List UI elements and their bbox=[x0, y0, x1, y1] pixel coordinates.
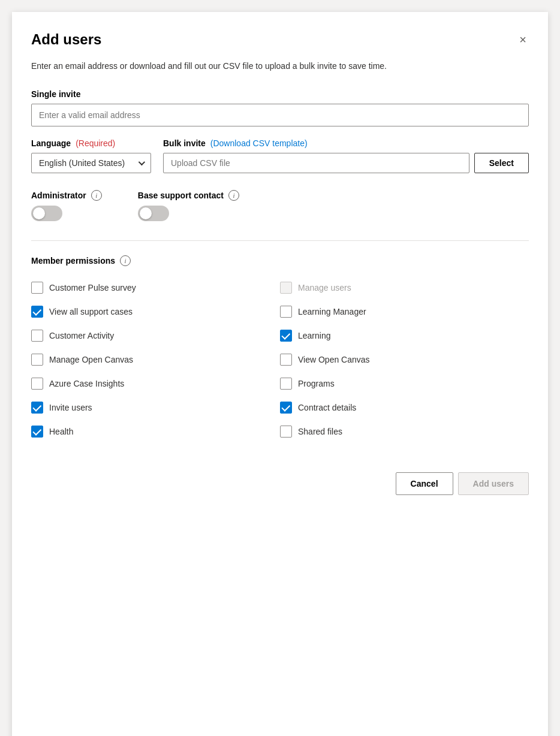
permission-label-invite-users: Invite users bbox=[49, 403, 92, 412]
toggle-thumb bbox=[33, 207, 45, 219]
permission-label-learning-manager: Learning Manager bbox=[298, 307, 366, 316]
permission-label-manage-open-canvas: Manage Open Canvas bbox=[49, 355, 133, 364]
bulk-label-row: Bulk invite (Download CSV template) bbox=[163, 138, 529, 148]
base-support-label-row: Base support contact i bbox=[138, 190, 239, 201]
checkbox-view-support[interactable] bbox=[31, 306, 43, 318]
add-users-button[interactable]: Add users bbox=[458, 472, 529, 495]
permission-item-programs: Programs bbox=[280, 372, 529, 396]
language-label-row: Language (Required) bbox=[31, 138, 151, 148]
email-input[interactable] bbox=[31, 104, 529, 126]
checkbox-manage-users bbox=[280, 282, 292, 294]
dialog-description: Enter an email address or download and f… bbox=[31, 60, 529, 73]
dialog-header: Add users × bbox=[31, 31, 529, 48]
checkbox-invite-users[interactable] bbox=[31, 402, 43, 414]
bulk-upload-row: Select bbox=[163, 153, 529, 173]
permission-item-health: Health bbox=[31, 420, 280, 444]
checkbox-customer-activity[interactable] bbox=[31, 330, 43, 342]
permission-item-view-open-canvas: View Open Canvas bbox=[280, 348, 529, 372]
permission-item-customer-activity: Customer Activity bbox=[31, 324, 280, 348]
permission-item-azure-case: Azure Case Insights bbox=[31, 372, 280, 396]
toggle-thumb-2 bbox=[140, 207, 152, 219]
language-bulk-row: Language (Required) English (United Stat… bbox=[31, 138, 529, 173]
cancel-button[interactable]: Cancel bbox=[396, 472, 453, 495]
dialog-footer: Cancel Add users bbox=[31, 463, 529, 495]
language-field: Language (Required) English (United Stat… bbox=[31, 138, 151, 173]
single-invite-label: Single invite bbox=[31, 89, 529, 99]
checkbox-azure-case[interactable] bbox=[31, 378, 43, 390]
chevron-down-icon bbox=[139, 159, 145, 165]
checkbox-shared-files[interactable] bbox=[280, 426, 292, 438]
permission-item-contract-details: Contract details bbox=[280, 396, 529, 420]
permission-label-view-support: View all support cases bbox=[49, 307, 133, 316]
close-button[interactable]: × bbox=[517, 31, 529, 48]
permissions-info-icon[interactable]: i bbox=[120, 255, 131, 266]
language-value: English (United States) bbox=[39, 158, 125, 168]
checkbox-learning-manager[interactable] bbox=[280, 306, 292, 318]
permission-item-learning-manager: Learning Manager bbox=[280, 300, 529, 324]
checkbox-customer-pulse[interactable] bbox=[31, 282, 43, 294]
permission-label-learning: Learning bbox=[298, 331, 331, 340]
permission-label-health: Health bbox=[49, 427, 73, 436]
permission-label-contract-details: Contract details bbox=[298, 403, 356, 412]
checkbox-health[interactable] bbox=[31, 426, 43, 438]
permissions-grid: Customer Pulse surveyManage usersView al… bbox=[31, 276, 529, 444]
administrator-toggle[interactable] bbox=[31, 206, 62, 221]
administrator-label-row: Administrator i bbox=[31, 190, 102, 201]
permission-label-shared-files: Shared files bbox=[298, 427, 342, 436]
download-csv-link[interactable]: (Download CSV template) bbox=[210, 138, 308, 148]
checkbox-learning[interactable] bbox=[280, 330, 292, 342]
permissions-title: Member permissions bbox=[31, 256, 115, 266]
permission-item-learning: Learning bbox=[280, 324, 529, 348]
language-dropdown[interactable]: English (United States) bbox=[31, 153, 151, 173]
permission-label-manage-users: Manage users bbox=[298, 283, 351, 292]
permission-label-view-open-canvas: View Open Canvas bbox=[298, 355, 370, 364]
member-permissions-section: Member permissions i Customer Pulse surv… bbox=[31, 255, 529, 444]
add-users-dialog: Add users × Enter an email address or do… bbox=[12, 12, 548, 736]
csv-file-input[interactable] bbox=[163, 153, 469, 173]
base-support-toggle-group: Base support contact i bbox=[138, 190, 239, 221]
select-button[interactable]: Select bbox=[474, 153, 529, 173]
bulk-invite-field: Bulk invite (Download CSV template) Sele… bbox=[163, 138, 529, 173]
permission-item-shared-files: Shared files bbox=[280, 420, 529, 444]
permission-item-manage-users: Manage users bbox=[280, 276, 529, 300]
permission-label-azure-case: Azure Case Insights bbox=[49, 379, 124, 388]
permission-item-manage-open-canvas: Manage Open Canvas bbox=[31, 348, 280, 372]
toggles-row: Administrator i Base support contact i bbox=[31, 190, 529, 221]
checkbox-programs[interactable] bbox=[280, 378, 292, 390]
bulk-invite-label: Bulk invite bbox=[163, 138, 206, 148]
permission-label-customer-activity: Customer Activity bbox=[49, 331, 114, 340]
permission-label-programs: Programs bbox=[298, 379, 335, 388]
base-support-label: Base support contact bbox=[138, 191, 224, 200]
dialog-title: Add users bbox=[31, 31, 101, 48]
base-support-toggle[interactable] bbox=[138, 206, 169, 221]
administrator-label: Administrator bbox=[31, 191, 86, 200]
administrator-toggle-group: Administrator i bbox=[31, 190, 102, 221]
required-text: (Required) bbox=[76, 138, 115, 148]
administrator-info-icon[interactable]: i bbox=[91, 190, 102, 201]
divider bbox=[31, 240, 529, 241]
checkbox-view-open-canvas[interactable] bbox=[280, 354, 292, 366]
language-label: Language bbox=[31, 138, 71, 148]
permissions-header: Member permissions i bbox=[31, 255, 529, 266]
permission-item-view-support: View all support cases bbox=[31, 300, 280, 324]
base-support-info-icon[interactable]: i bbox=[228, 190, 239, 201]
permission-item-invite-users: Invite users bbox=[31, 396, 280, 420]
permission-item-customer-pulse: Customer Pulse survey bbox=[31, 276, 280, 300]
checkbox-contract-details[interactable] bbox=[280, 402, 292, 414]
permission-label-customer-pulse: Customer Pulse survey bbox=[49, 283, 136, 292]
checkbox-manage-open-canvas[interactable] bbox=[31, 354, 43, 366]
